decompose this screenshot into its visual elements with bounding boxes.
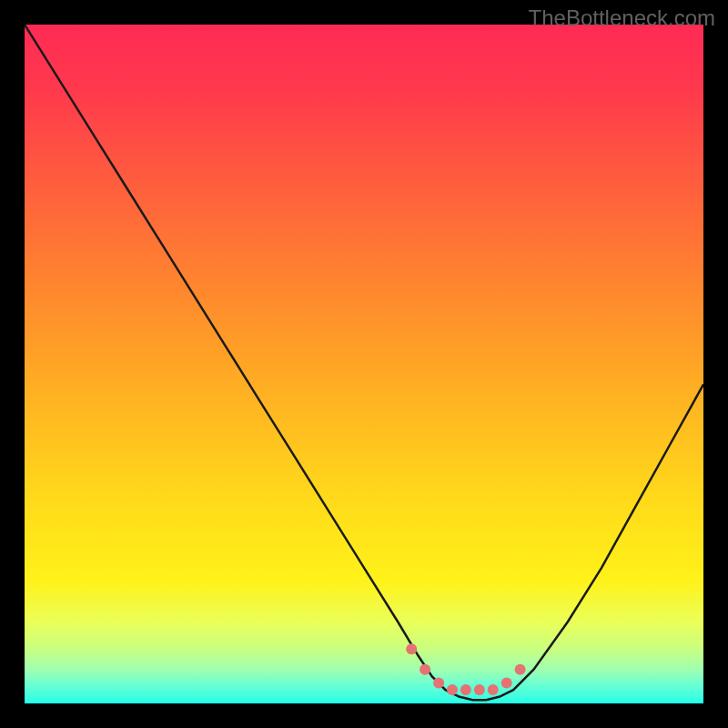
chart-svg — [25, 25, 703, 703]
highlight-point — [474, 684, 485, 695]
highlight-point — [488, 684, 499, 695]
chart-plot-area — [25, 25, 703, 703]
optimal-range-points — [406, 643, 525, 695]
highlight-point — [460, 684, 471, 695]
highlight-point — [433, 678, 444, 689]
highlight-point — [406, 643, 417, 654]
watermark-text: TheBottleneck.com — [529, 5, 715, 31]
highlight-point — [501, 678, 512, 689]
highlight-point — [420, 664, 430, 675]
highlight-point — [447, 684, 458, 695]
bottleneck-curve-line — [25, 25, 703, 700]
highlight-point — [515, 664, 526, 675]
